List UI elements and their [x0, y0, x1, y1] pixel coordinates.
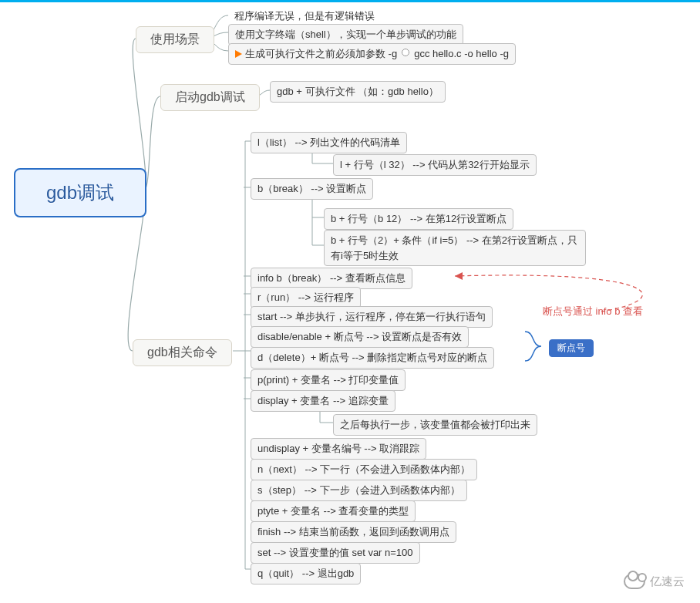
node-n-next[interactable]: n（next） --> 下一行（不会进入到函数体内部）	[251, 459, 477, 480]
node-text: gcc hello.c -o hello -g	[414, 48, 509, 59]
node-finish[interactable]: finish --> 结束当前函数，返回到函数调用点	[251, 521, 456, 543]
node-text: b + 行号（b 12） --> 在第12行设置断点	[331, 213, 506, 224]
node-l-list[interactable]: l（list） --> 列出文件的代码清单	[251, 132, 407, 153]
node-l-line[interactable]: l + 行号（l 32） --> 代码从第32行开始显示	[333, 154, 537, 176]
node-p-print[interactable]: p(print) + 变量名 --> 打印变量值	[251, 369, 406, 391]
branch-gdb-commands[interactable]: gdb相关命令	[133, 339, 232, 366]
node-b-line[interactable]: b + 行号（b 12） --> 在第12行设置断点	[324, 208, 513, 230]
branch-usage-scenario[interactable]: 使用场景	[136, 26, 214, 53]
node-text: s（step） --> 下一步（会进入到函数体内部）	[257, 484, 460, 496]
note-breakpoint-source: 断点号通过 info b 查看	[543, 305, 643, 318]
node-text: gdb + 可执行文件 （如：gdb hello）	[277, 86, 439, 97]
node-disable-enable[interactable]: disable/enable + 断点号 --> 设置断点是否有效	[251, 326, 469, 348]
node-q-quit[interactable]: q（quit） --> 退出gdb	[251, 563, 361, 584]
branch-label: 使用场景	[150, 32, 200, 45]
branch-start-gdb[interactable]: 启动gdb调试	[160, 84, 260, 111]
node-text: disable/enable + 断点号 --> 设置断点是否有效	[257, 331, 462, 342]
node-text: l + 行号（l 32） --> 代码从第32行开始显示	[340, 159, 530, 170]
node-text: 程序编译无误，但是有逻辑错误	[234, 10, 375, 22]
node-undisplay[interactable]: undisplay + 变量名编号 --> 取消跟踪	[251, 438, 426, 460]
node-text: display + 变量名 --> 追踪变量	[257, 395, 389, 406]
node-text: p(print) + 变量名 --> 打印变量值	[257, 374, 399, 386]
top-accent-bar	[0, 0, 700, 2]
node-b-break[interactable]: b（break） --> 设置断点	[251, 178, 373, 200]
watermark: 亿速云	[624, 574, 685, 589]
separator-dot-icon	[402, 49, 409, 56]
node-text: start --> 单步执行，运行程序，停在第一行执行语句	[257, 311, 486, 322]
node-s-step[interactable]: s（step） --> 下一步（会进入到函数体内部）	[251, 480, 467, 501]
node-b-cond[interactable]: b + 行号（2）+ 条件（if i=5） --> 在第2行设置断点，只有i等于…	[324, 230, 586, 266]
node-text: d（delete）+ 断点号 --> 删除指定断点号对应的断点	[257, 352, 487, 363]
node-info-b[interactable]: info b（break） --> 查看断点信息	[251, 268, 412, 289]
node-text: 之后每执行一步，该变量值都会被打印出来	[340, 419, 530, 430]
node-text: set --> 设置变量的值 set var n=100	[257, 547, 413, 558]
node-text: undisplay + 变量名编号 --> 取消跟踪	[257, 443, 419, 454]
node-scenario-3[interactable]: 生成可执行文件之前必须加参数 -ggcc hello.c -o hello -g	[228, 43, 516, 65]
node-text: info b（break） --> 查看断点信息	[257, 272, 406, 284]
node-text: b（break） --> 设置断点	[257, 183, 366, 194]
node-display[interactable]: display + 变量名 --> 追踪变量	[251, 390, 395, 412]
branch-label: gdb相关命令	[147, 345, 217, 359]
tag-breakpoint-number[interactable]: 断点号	[549, 339, 594, 357]
node-ptype[interactable]: ptyte + 变量名 --> 查看变量的类型	[251, 500, 416, 522]
node-text: 生成可执行文件之前必须加参数 -g	[245, 48, 397, 59]
svg-marker-0	[455, 272, 463, 280]
watermark-text: 亿速云	[650, 574, 685, 589]
node-text: r（run） --> 运行程序	[257, 291, 354, 303]
node-text: n（next） --> 下一行（不会进入到函数体内部）	[257, 463, 470, 475]
root-node[interactable]: gdb调试	[14, 168, 146, 217]
node-scenario-2[interactable]: 使用文字终端（shell），实现一个单步调试的功能	[228, 24, 463, 45]
node-display-sub[interactable]: 之后每执行一步，该变量值都会被打印出来	[333, 414, 537, 436]
branch-label: 启动gdb调试	[175, 90, 245, 103]
node-r-run[interactable]: r（run） --> 运行程序	[251, 287, 361, 308]
cloud-icon	[624, 574, 645, 589]
root-label: gdb调试	[46, 180, 114, 205]
flag-icon	[235, 50, 242, 58]
node-text: l（list） --> 列出文件的代码清单	[257, 136, 400, 148]
node-text: b + 行号（2）+ 条件（if i=5） --> 在第2行设置断点，只有i等于…	[331, 234, 577, 261]
node-text: q（quit） --> 退出gdb	[257, 568, 354, 579]
node-scenario-1[interactable]: 程序编译无误，但是有逻辑错误	[228, 6, 381, 26]
node-start[interactable]: start --> 单步执行，运行程序，停在第一行执行语句	[251, 306, 493, 328]
node-set[interactable]: set --> 设置变量的值 set var n=100	[251, 542, 420, 564]
node-text: finish --> 结束当前函数，返回到函数调用点	[257, 526, 449, 537]
node-text: ptyte + 变量名 --> 查看变量的类型	[257, 505, 409, 517]
node-start-gdb-1[interactable]: gdb + 可执行文件 （如：gdb hello）	[270, 81, 446, 103]
note-text: 断点号通过 info b 查看	[543, 305, 643, 317]
node-text: 使用文字终端（shell），实现一个单步调试的功能	[235, 29, 456, 40]
tag-text: 断点号	[557, 342, 585, 353]
node-d-delete[interactable]: d（delete）+ 断点号 --> 删除指定断点号对应的断点	[251, 347, 494, 369]
